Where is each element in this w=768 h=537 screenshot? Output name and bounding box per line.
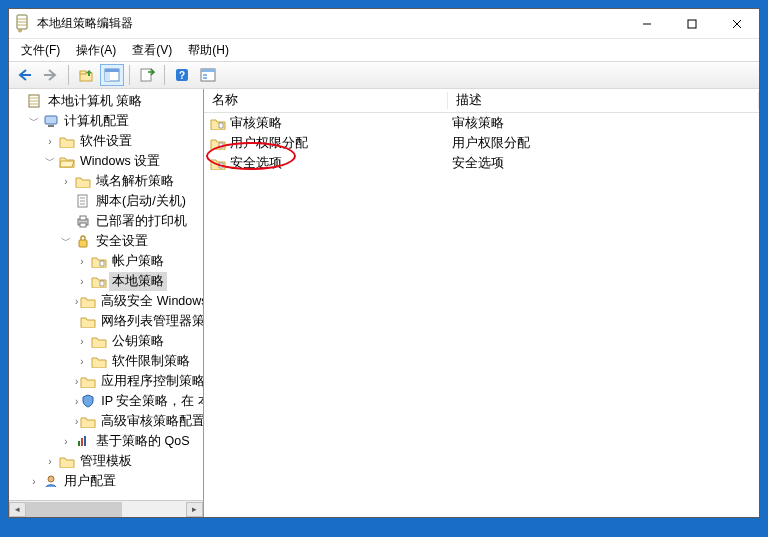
tree-pane[interactable]: ▷ 本地计算机 策略 ﹀ 计算机配置 — [9, 89, 204, 517]
tree-ipsec[interactable]: ›IP 安全策略，在 本地计算机 — [75, 391, 203, 411]
svg-rect-2 — [19, 29, 22, 31]
folder-icon — [80, 373, 96, 389]
show-hide-tree-button[interactable] — [100, 64, 124, 86]
expand-icon[interactable]: › — [75, 374, 78, 388]
toolbar-separator — [68, 65, 69, 85]
folder-policy-icon — [91, 273, 107, 289]
user-icon — [43, 473, 59, 489]
item-name: 审核策略 — [230, 115, 282, 132]
app-window: 本地组策略编辑器 文件(F) 操作(A) 查看(V) 帮助(H) ? — [8, 8, 760, 518]
collapse-icon[interactable]: ﹀ — [27, 114, 41, 128]
tree-advaudit[interactable]: ›高级审核策略配置 — [75, 411, 203, 431]
expand-icon[interactable]: › — [27, 474, 41, 488]
toolbar: ? — [9, 61, 759, 89]
tree-pubkey[interactable]: ›公钥策略 — [75, 331, 203, 351]
tree-root[interactable]: ▷ 本地计算机 策略 — [11, 91, 203, 111]
expand-icon[interactable]: › — [75, 414, 78, 428]
title-bar: 本地组策略编辑器 — [9, 9, 759, 39]
column-headers[interactable]: 名称 描述 — [204, 89, 759, 113]
tree-user-config[interactable]: ›用户配置 — [27, 471, 203, 491]
policy-root-icon — [27, 93, 43, 109]
scroll-left-button[interactable]: ◂ — [9, 502, 26, 517]
tree-appctrl[interactable]: ›应用程序控制策略 — [75, 371, 203, 391]
svg-rect-17 — [203, 74, 207, 76]
up-button[interactable] — [74, 64, 98, 86]
menu-action[interactable]: 操作(A) — [68, 40, 124, 61]
svg-rect-21 — [48, 125, 54, 127]
expand-icon[interactable]: › — [59, 434, 73, 448]
svg-rect-8 — [80, 71, 86, 74]
folder-icon — [80, 313, 96, 329]
collapse-icon[interactable]: ﹀ — [43, 154, 57, 168]
svg-rect-25 — [80, 223, 86, 227]
tree-software-restrict[interactable]: ›软件限制策略 — [75, 351, 203, 371]
expand-icon[interactable]: › — [43, 134, 57, 148]
tree-dns-policy[interactable]: › 域名解析策略 — [59, 171, 203, 191]
folder-icon — [80, 293, 96, 309]
filter-button[interactable] — [196, 64, 220, 86]
col-name[interactable]: 名称 — [204, 92, 448, 109]
menu-help[interactable]: 帮助(H) — [180, 40, 237, 61]
tree-netlist[interactable]: ›网络列表管理器策略 — [75, 311, 203, 331]
policy-tree[interactable]: ▷ 本地计算机 策略 ﹀ 计算机配置 — [9, 89, 203, 491]
expand-icon[interactable]: › — [75, 254, 89, 268]
tree-qos[interactable]: ›基于策略的 QoS — [59, 431, 203, 451]
list-item[interactable]: 审核策略审核策略 — [204, 113, 759, 133]
shield-icon — [80, 393, 96, 409]
scroll-track[interactable] — [26, 502, 186, 517]
collapse-icon[interactable]: ﹀ — [59, 234, 73, 248]
list-pane: 名称 描述 审核策略审核策略用户权限分配用户权限分配安全选项安全选项 — [204, 89, 759, 517]
svg-rect-4 — [688, 20, 696, 28]
tree-printers[interactable]: › 已部署的打印机 — [59, 211, 203, 231]
scroll-thumb[interactable] — [26, 502, 122, 517]
tree-admin-templates[interactable]: ›管理模板 — [43, 451, 203, 471]
svg-rect-28 — [81, 438, 83, 446]
menu-file[interactable]: 文件(F) — [13, 40, 68, 61]
tree-local-policies[interactable]: ›本地策略 — [75, 271, 203, 291]
expand-icon[interactable]: › — [75, 294, 78, 308]
svg-rect-16 — [201, 69, 215, 72]
menu-bar: 文件(F) 操作(A) 查看(V) 帮助(H) — [9, 39, 759, 61]
maximize-button[interactable] — [669, 9, 714, 38]
close-button[interactable] — [714, 9, 759, 38]
list-item[interactable]: 安全选项安全选项 — [204, 153, 759, 173]
expand-icon[interactable]: › — [75, 274, 89, 288]
svg-rect-27 — [78, 441, 80, 446]
tree-computer-config[interactable]: ﹀ 计算机配置 — [27, 111, 203, 131]
svg-text:?: ? — [179, 70, 185, 81]
menu-view[interactable]: 查看(V) — [124, 40, 180, 61]
forward-button[interactable] — [39, 64, 63, 86]
scroll-right-button[interactable]: ▸ — [186, 502, 203, 517]
lock-icon — [75, 233, 91, 249]
export-button[interactable] — [135, 64, 159, 86]
item-desc: 用户权限分配 — [448, 135, 759, 152]
svg-rect-26 — [79, 240, 87, 247]
col-desc[interactable]: 描述 — [448, 92, 759, 109]
list-item[interactable]: 用户权限分配用户权限分配 — [204, 133, 759, 153]
expand-icon[interactable]: › — [59, 174, 73, 188]
svg-rect-18 — [203, 77, 207, 79]
tree-adv-firewall[interactable]: ›高级安全 Windows 防火墙 — [75, 291, 203, 311]
folder-icon — [59, 133, 75, 149]
expand-icon[interactable]: › — [43, 454, 57, 468]
tree-security-settings[interactable]: ﹀ 安全设置 — [59, 231, 203, 251]
tree-account-policies[interactable]: ›帐户策略 — [75, 251, 203, 271]
folder-icon — [59, 453, 75, 469]
expand-icon[interactable]: › — [75, 354, 89, 368]
folder-icon — [75, 173, 91, 189]
expand-icon[interactable]: › — [75, 394, 78, 408]
svg-rect-20 — [45, 116, 57, 124]
folder-policy-icon — [210, 155, 226, 171]
tree-software-settings[interactable]: › 软件设置 — [43, 131, 203, 151]
script-icon — [75, 193, 91, 209]
tree-windows-settings[interactable]: ﹀ Windows 设置 — [43, 151, 203, 171]
expand-icon[interactable]: › — [75, 334, 89, 348]
tree-hscrollbar[interactable]: ◂ ▸ — [9, 500, 203, 517]
minimize-button[interactable] — [624, 9, 669, 38]
tree-scripts[interactable]: › 脚本(启动/关机) — [59, 191, 203, 211]
list-body[interactable]: 审核策略审核策略用户权限分配用户权限分配安全选项安全选项 — [204, 113, 759, 517]
help-button[interactable]: ? — [170, 64, 194, 86]
chart-icon — [75, 433, 91, 449]
back-button[interactable] — [13, 64, 37, 86]
content-area: ▷ 本地计算机 策略 ﹀ 计算机配置 — [9, 89, 759, 517]
